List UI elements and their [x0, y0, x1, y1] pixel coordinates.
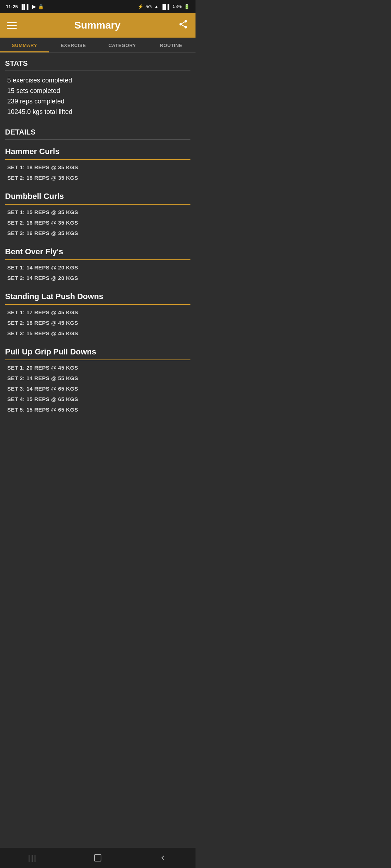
- stats-sets: 15 sets completed: [7, 86, 188, 96]
- set-row: SET 5: 15 REPS @ 65 KGS: [5, 404, 190, 415]
- stats-reps: 239 reps completed: [7, 96, 188, 107]
- set-row: SET 4: 15 REPS @ 65 KGS: [5, 394, 190, 404]
- set-row: SET 1: 15 REPS @ 35 KGS: [5, 207, 190, 217]
- app-bar: Summary: [0, 13, 196, 38]
- set-row: SET 2: 14 REPS @ 20 KGS: [5, 273, 190, 283]
- share-button[interactable]: [178, 19, 188, 32]
- exercise-block-standing-lat-push-downs: Standing Lat Push Downs SET 1: 17 REPS @…: [5, 286, 190, 339]
- main-content: STATS 5 exercises completed 15 sets comp…: [0, 53, 196, 443]
- set-row: SET 1: 20 REPS @ 45 KGS: [5, 362, 190, 373]
- exercise-block-bent-over-flys: Bent Over Fly's SET 1: 14 REPS @ 20 KGS …: [5, 241, 190, 283]
- status-right: ⚡ 5G ▲ ▐▌▌ 53% 🔋: [138, 4, 190, 9]
- page-title: Summary: [74, 20, 121, 31]
- exercise-block-dumbbell-curls: Dumbbell Curls SET 1: 15 REPS @ 35 KGS S…: [5, 186, 190, 238]
- set-row: SET 3: 16 REPS @ 35 KGS: [5, 228, 190, 238]
- signal-icon: ▐▌▌: [20, 4, 30, 9]
- set-row: SET 1: 18 REPS @ 35 KGS: [5, 162, 190, 173]
- exercise-name-bent-over-flys: Bent Over Fly's: [5, 241, 190, 260]
- time-display: 11:25: [6, 4, 18, 9]
- status-left: 11:25 ▐▌▌ ▶ 🔒: [6, 4, 44, 9]
- exercise-block-pull-up-grip-pull-downs: Pull Up Grip Pull Downs SET 1: 20 REPS @…: [5, 341, 190, 415]
- network-icon: 5G: [146, 4, 152, 9]
- exercise-name-hammer-curls: Hammer Curls: [5, 141, 190, 160]
- set-row: SET 1: 17 REPS @ 45 KGS: [5, 307, 190, 318]
- set-row: SET 2: 14 REPS @ 55 KGS: [5, 373, 190, 383]
- stats-exercises: 5 exercises completed: [7, 75, 188, 86]
- exercise-name-pull-up-grip-pull-downs: Pull Up Grip Pull Downs: [5, 341, 190, 360]
- set-row: SET 1: 14 REPS @ 20 KGS: [5, 262, 190, 273]
- status-bar: 11:25 ▐▌▌ ▶ 🔒 ⚡ 5G ▲ ▐▌▌ 53% 🔋: [0, 0, 196, 13]
- exercise-block-hammer-curls: Hammer Curls SET 1: 18 REPS @ 35 KGS SET…: [5, 141, 190, 183]
- wifi-icon: ▲: [154, 4, 159, 9]
- set-row: SET 3: 14 REPS @ 65 KGS: [5, 383, 190, 394]
- set-row: SET 2: 18 REPS @ 45 KGS: [5, 318, 190, 328]
- bluetooth-icon: ⚡: [138, 4, 143, 9]
- stats-weight: 10245.0 kgs total lifted: [7, 107, 188, 117]
- menu-button[interactable]: [7, 22, 17, 29]
- tab-routine[interactable]: ROUTINE: [147, 38, 196, 52]
- battery-icon: 🔋: [184, 4, 190, 9]
- exercise-name-dumbbell-curls: Dumbbell Curls: [5, 186, 190, 205]
- tab-bar: SUMMARY EXERCISE CATEGORY ROUTINE: [0, 38, 196, 53]
- details-header: DETAILS: [5, 122, 190, 140]
- signal-bars-icon: ▐▌▌: [161, 4, 171, 9]
- exercise-name-standing-lat-push-downs: Standing Lat Push Downs: [5, 286, 190, 305]
- youtube-icon: ▶: [32, 4, 36, 9]
- battery-display: 53%: [173, 4, 182, 9]
- set-row: SET 3: 15 REPS @ 45 KGS: [5, 328, 190, 339]
- tab-summary[interactable]: SUMMARY: [0, 38, 49, 52]
- tab-category[interactable]: CATEGORY: [98, 38, 147, 52]
- stats-list: 5 exercises completed 15 sets completed …: [5, 72, 190, 122]
- stats-header: STATS: [5, 53, 190, 71]
- tab-exercise[interactable]: EXERCISE: [49, 38, 98, 52]
- set-row: SET 2: 16 REPS @ 35 KGS: [5, 217, 190, 228]
- set-row: SET 2: 18 REPS @ 35 KGS: [5, 173, 190, 183]
- lock-icon: 🔒: [38, 4, 44, 9]
